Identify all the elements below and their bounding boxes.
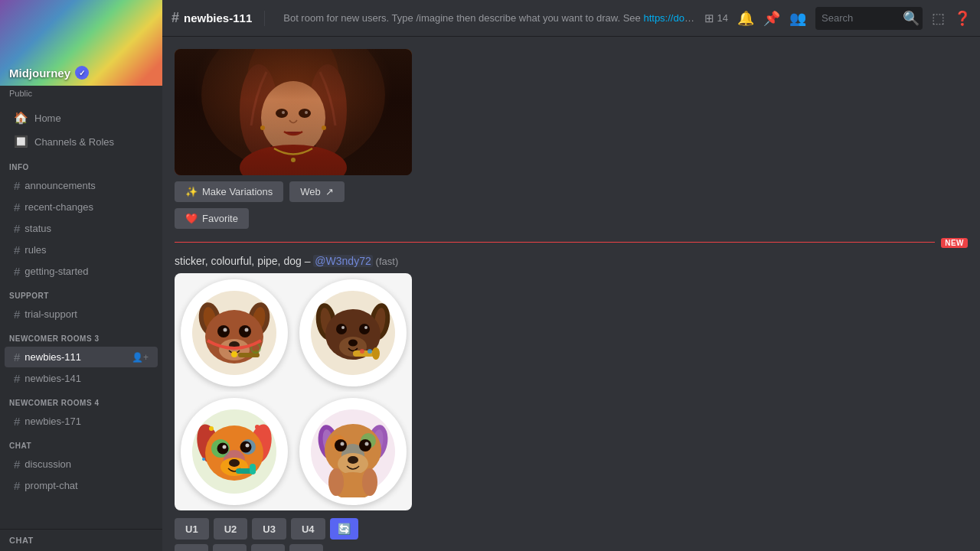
dog-cell-3 bbox=[175, 392, 293, 510]
search-bar[interactable]: 🔍 bbox=[815, 7, 923, 30]
inbox-icon[interactable]: ⬚ bbox=[932, 10, 945, 27]
mute-icon[interactable]: 🔔 bbox=[737, 10, 754, 27]
svg-point-45 bbox=[360, 349, 364, 354]
channel-status[interactable]: # status bbox=[5, 218, 158, 239]
channel-name: rules bbox=[24, 244, 46, 256]
svg-point-62 bbox=[209, 426, 214, 431]
sidebar-item-channels-roles[interactable]: 🔲 Channels & Roles bbox=[5, 130, 158, 153]
channel-discussion[interactable]: # discussion bbox=[5, 454, 158, 474]
channel-hash-icon: # bbox=[172, 10, 179, 26]
hash-icon: # bbox=[14, 265, 20, 278]
svg-point-57 bbox=[222, 445, 226, 448]
external-link-icon: ↗ bbox=[325, 186, 334, 197]
channels-icon: 🔲 bbox=[14, 135, 28, 148]
channel-rules[interactable]: # rules bbox=[5, 240, 158, 260]
search-input[interactable] bbox=[822, 12, 898, 24]
channel-name: prompt-chat bbox=[24, 480, 77, 491]
portrait-secondary-buttons: ❤️ Favorite bbox=[175, 208, 968, 229]
add-member-icon[interactable]: 👤+ bbox=[132, 352, 149, 363]
dog-cell-1 bbox=[175, 273, 293, 392]
favorite-button[interactable]: ❤️ Favorite bbox=[175, 208, 249, 229]
svg-point-44 bbox=[372, 347, 380, 360]
variation-v3-button[interactable]: V3 bbox=[251, 544, 285, 551]
channel-name: newbies-171 bbox=[24, 416, 81, 427]
svg-point-42 bbox=[348, 339, 358, 346]
dog-cell-4 bbox=[293, 392, 412, 510]
prompt-text: sticker, colourful, pipe, dog bbox=[175, 255, 302, 267]
channel-name: discussion bbox=[24, 458, 71, 470]
variation-v4-button[interactable]: V4 bbox=[289, 544, 323, 551]
divider bbox=[264, 11, 265, 26]
variation-v1-button[interactable]: V1 bbox=[175, 544, 208, 551]
upscale-u3-button[interactable]: U3 bbox=[252, 518, 286, 540]
svg-point-78 bbox=[364, 442, 368, 445]
channel-trial-support[interactable]: # trial-support bbox=[5, 304, 158, 324]
variation-v2-button[interactable]: V2 bbox=[213, 544, 247, 551]
sidebar-item-home[interactable]: 🏠 Home bbox=[5, 106, 158, 129]
sidebar-item-label: Channels & Roles bbox=[34, 136, 114, 148]
section-chat: CHAT bbox=[0, 432, 162, 453]
portrait-overlay bbox=[175, 49, 412, 175]
sidebar-item-label: Home bbox=[34, 112, 61, 124]
new-divider: NEW bbox=[175, 235, 968, 249]
svg-point-56 bbox=[240, 441, 251, 452]
main-content: # newbies-111 Bot room for new users. Ty… bbox=[162, 0, 980, 551]
sticker-4 bbox=[299, 398, 407, 505]
refresh-button[interactable]: 🔄 bbox=[330, 518, 358, 540]
svg-point-30 bbox=[231, 351, 237, 357]
svg-point-23 bbox=[239, 325, 251, 337]
hash-icon: # bbox=[14, 201, 20, 214]
upscale-u4-button[interactable]: U4 bbox=[291, 518, 325, 540]
members-icon[interactable]: 👥 bbox=[789, 10, 806, 27]
portrait-image bbox=[175, 49, 412, 175]
speed-tag: (fast) bbox=[376, 256, 399, 267]
user-mention[interactable]: @W3ndy72 bbox=[313, 255, 372, 267]
hash-icon: # bbox=[14, 479, 20, 492]
svg-point-55 bbox=[217, 442, 228, 454]
dog-prompt: sticker, colourful, pipe, dog – @W3ndy72… bbox=[175, 255, 968, 267]
channel-recent-changes[interactable]: # recent-changes bbox=[5, 197, 158, 217]
svg-point-75 bbox=[335, 439, 347, 452]
svg-point-59 bbox=[229, 459, 240, 467]
svg-point-82 bbox=[362, 468, 377, 496]
server-name[interactable]: Midjourney ✓ bbox=[9, 66, 89, 80]
help-icon[interactable]: ❓ bbox=[954, 10, 971, 27]
hash-icon: # bbox=[14, 222, 20, 235]
public-label: Public bbox=[0, 86, 162, 99]
new-badge: NEW bbox=[941, 235, 968, 249]
home-icon: 🏠 bbox=[14, 111, 28, 125]
section-info: INFO bbox=[0, 154, 162, 174]
channel-announcements[interactable]: # announcements bbox=[5, 175, 158, 196]
channel-name: newbies-141 bbox=[24, 373, 81, 384]
svg-rect-61 bbox=[250, 464, 256, 474]
sparkle-icon: ✨ bbox=[185, 186, 198, 197]
docs-link[interactable]: https://docs.midj... bbox=[643, 12, 697, 24]
channel-newbies-111[interactable]: # newbies-111 👤+ bbox=[5, 347, 158, 367]
hash-icon: # bbox=[14, 372, 20, 385]
channel-newbies-141[interactable]: # newbies-141 bbox=[5, 368, 158, 389]
svg-point-81 bbox=[328, 468, 344, 496]
hash-icon: # bbox=[14, 308, 20, 321]
hash-icon: # bbox=[14, 415, 20, 428]
svg-point-64 bbox=[202, 458, 205, 461]
channel-getting-started[interactable]: # getting-started bbox=[5, 261, 158, 282]
sidebar: Midjourney ✓ Public 🏠 Home 🔲 Channels & … bbox=[0, 0, 162, 551]
sticker-3 bbox=[181, 398, 288, 505]
portrait-message: ✨ Make Variations Web ↗ ❤️ Favorite bbox=[175, 49, 968, 229]
pin-icon[interactable]: 📌 bbox=[763, 10, 780, 27]
channel-prompt-chat[interactable]: # prompt-chat bbox=[5, 475, 158, 496]
members-count: ⊞ 14 bbox=[704, 11, 728, 25]
channel-name-text: newbies-111 bbox=[184, 11, 252, 24]
server-header[interactable]: Midjourney ✓ bbox=[0, 0, 162, 86]
svg-point-39 bbox=[359, 324, 370, 334]
web-button[interactable]: Web ↗ bbox=[289, 181, 345, 202]
portrait-action-buttons: ✨ Make Variations Web ↗ bbox=[175, 181, 968, 202]
upscale-u1-button[interactable]: U1 bbox=[175, 518, 209, 540]
svg-point-46 bbox=[368, 349, 372, 354]
upscale-u2-button[interactable]: U2 bbox=[214, 518, 248, 540]
message-list: ✨ Make Variations Web ↗ ❤️ Favorite NEW bbox=[162, 37, 980, 551]
svg-point-38 bbox=[336, 324, 347, 334]
make-variations-button[interactable]: ✨ Make Variations bbox=[175, 181, 283, 202]
channel-newbies-171[interactable]: # newbies-171 bbox=[5, 411, 158, 432]
channel-name: newbies-111 bbox=[24, 351, 81, 363]
